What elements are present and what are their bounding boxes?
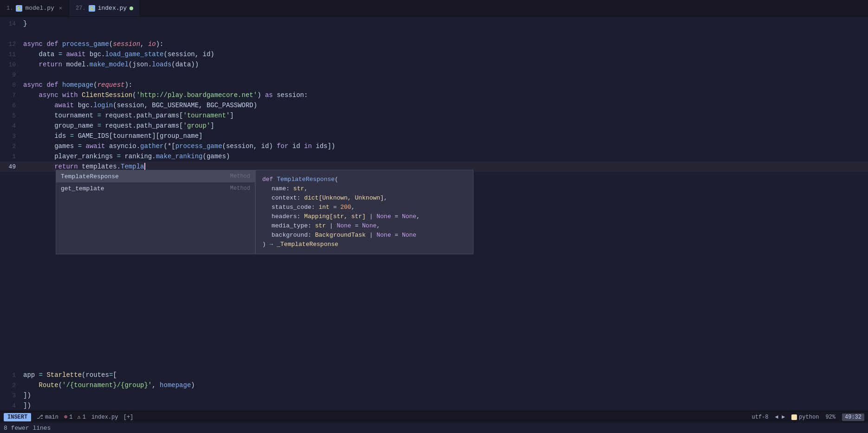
code-line: 9 — [0, 70, 868, 80]
warning-count: 1 — [83, 414, 86, 420]
modified-indicator: [+] — [123, 414, 134, 420]
code-line: 4 group_name = request.path_params['grou… — [0, 121, 868, 131]
code-line: 14 } — [0, 19, 868, 29]
lower-code: 1 app = Starlette(routes=[ 2 Route('/{to… — [0, 370, 868, 411]
py-icon: 🐍 — [16, 5, 22, 12]
line-content: app = Starlette(routes=[ — [23, 370, 868, 380]
branch-name: main — [45, 414, 58, 420]
branch-icon: ⎇ — [37, 414, 43, 420]
code-line: 6 await bgc.login(session, BGC_USERNAME,… — [0, 100, 868, 110]
line-number: 4 — [0, 402, 23, 409]
tab-close-icon[interactable]: ✕ — [59, 5, 62, 12]
tab-model-py[interactable]: 1. 🐍 model.py ✕ — [0, 0, 69, 16]
autocomplete-item-type: Method — [230, 185, 250, 192]
bottom-message: 8 fewer lines — [0, 423, 868, 433]
tab-number-index: 27. — [76, 5, 86, 12]
code-line: 1 player_rankings = ranking.make_ranking… — [0, 151, 868, 162]
zoom-level: 92% — [825, 414, 836, 420]
tab-bar: 1. 🐍 model.py ✕ 27. 🐍 index.py — [0, 0, 868, 17]
autocomplete-item-name: get_template — [61, 185, 227, 192]
line-number: 11 — [0, 51, 23, 58]
line-content: async def process_game(session, io): — [23, 39, 868, 49]
line-number: 2 — [0, 143, 23, 150]
line-content: return model.make_model(json.loads(data)… — [23, 59, 868, 70]
warning-icon: ⚠ — [77, 414, 80, 420]
code-line: 5 tournament = request.path_params['tour… — [0, 110, 868, 121]
line-number: 14 — [0, 20, 23, 27]
arrows-icon: ◄ ► — [775, 414, 785, 420]
signature-params: name: str, context: dict[Unknown, Unknow… — [262, 184, 466, 240]
insert-mode-badge: INSERT — [4, 413, 31, 421]
autocomplete-item-template-response[interactable]: TemplateResponse Method — [56, 170, 255, 182]
line-content: } — [23, 19, 868, 29]
py-icon-index: 🐍 — [89, 5, 95, 12]
line-number: 49 — [0, 163, 23, 170]
autocomplete-item-type: Method — [230, 173, 250, 180]
code-line: 4 ]) — [0, 401, 868, 411]
filename-indicator: index.py [+] — [91, 414, 133, 420]
signature-return: ) → _TemplateResponse — [262, 240, 466, 249]
line-number: 8 — [0, 82, 23, 89]
cursor-position: 49:32 — [842, 414, 864, 421]
tab-label-model: model.py — [25, 5, 54, 12]
line-content: player_rankings = ranking.make_ranking(g… — [23, 151, 868, 162]
line-content: tournament = request.path_params['tourna… — [23, 110, 868, 121]
code-line: 2 games = await asyncio.gather(*[process… — [0, 141, 868, 151]
error-count: 1 — [69, 414, 72, 420]
line-number: 9 — [0, 71, 23, 78]
code-line: 3 ]) — [0, 390, 868, 401]
status-bar: INSERT ⎇ main ⊗ 1 ⚠ 1 index.py [+] utf-8… — [0, 411, 868, 423]
signature-def-line: def TemplateResponse( — [262, 175, 466, 184]
line-content: ids = GAME_IDS[tournament][group_name] — [23, 131, 868, 141]
line-number: 3 — [0, 133, 23, 140]
line-number: 7 — [0, 92, 23, 99]
code-line: 1 app = Starlette(routes=[ — [0, 370, 868, 380]
python-indicator: python — [791, 414, 819, 420]
line-number: 1 — [0, 372, 23, 379]
line-number: 3 — [0, 392, 23, 399]
code-line: 12 async def process_game(session, io): — [0, 39, 868, 49]
code-line: 10 return model.make_model(json.loads(da… — [0, 59, 868, 70]
error-indicator: ⊗ 1 ⚠ 1 — [64, 414, 86, 420]
line-content: group_name = request.path_params['group'… — [23, 121, 868, 131]
code-line: 7 async with ClientSession('http://play.… — [0, 90, 868, 100]
line-number: 10 — [0, 61, 23, 68]
code-line — [0, 29, 868, 39]
line-number: 12 — [0, 41, 23, 48]
line-number: 6 — [0, 102, 23, 109]
tab-modified-dot — [130, 6, 133, 10]
line-content: async def homepage(request): — [23, 80, 868, 90]
line-content: async with ClientSession('http://play.bo… — [23, 90, 868, 100]
autocomplete-item-get-template[interactable]: get_template Method — [56, 182, 255, 194]
code-line: 8 async def homepage(request): — [0, 80, 868, 90]
editor: 14 } 12 async def process_game(session, … — [0, 17, 868, 411]
filename: index.py — [91, 414, 118, 420]
autocomplete-item-name: TemplateResponse — [61, 173, 227, 180]
tab-number: 1. — [6, 5, 13, 12]
python-icon — [791, 414, 797, 420]
python-label: python — [799, 414, 819, 420]
code-line: 11 data = await bgc.load_game_state(sess… — [0, 49, 868, 59]
line-content: games = await asyncio.gather(*[process_g… — [23, 141, 868, 151]
line-number: 1 — [0, 153, 23, 160]
error-icon: ⊗ — [64, 414, 67, 420]
line-number: 5 — [0, 112, 23, 119]
tab-label-index: index.py — [98, 5, 127, 12]
signature-box: def TemplateResponse( name: str, context… — [255, 170, 473, 254]
tab-index-py[interactable]: 27. 🐍 index.py — [69, 0, 140, 16]
line-content: ]) — [23, 401, 868, 411]
line-content: Route('/{tournament}/{group}', homepage) — [23, 380, 868, 390]
autocomplete-list: TemplateResponse Method get_template Met… — [56, 170, 255, 254]
branch-indicator: ⎇ main — [37, 414, 58, 420]
status-right: utf-8 ◄ ► python 92% 49:32 — [752, 414, 864, 421]
line-content: data = await bgc.load_game_state(session… — [23, 49, 868, 59]
line-content: ]) — [23, 390, 868, 401]
line-content: await bgc.login(session, BGC_USERNAME, B… — [23, 100, 868, 110]
autocomplete-container: TemplateResponse Method get_template Met… — [56, 170, 473, 254]
line-number: 2 — [0, 382, 23, 389]
line-number: 4 — [0, 123, 23, 129]
code-line: 3 ids = GAME_IDS[tournament][group_name] — [0, 131, 868, 141]
code-line: 2 Route('/{tournament}/{group}', homepag… — [0, 380, 868, 390]
encoding-label: utf-8 — [752, 414, 769, 420]
